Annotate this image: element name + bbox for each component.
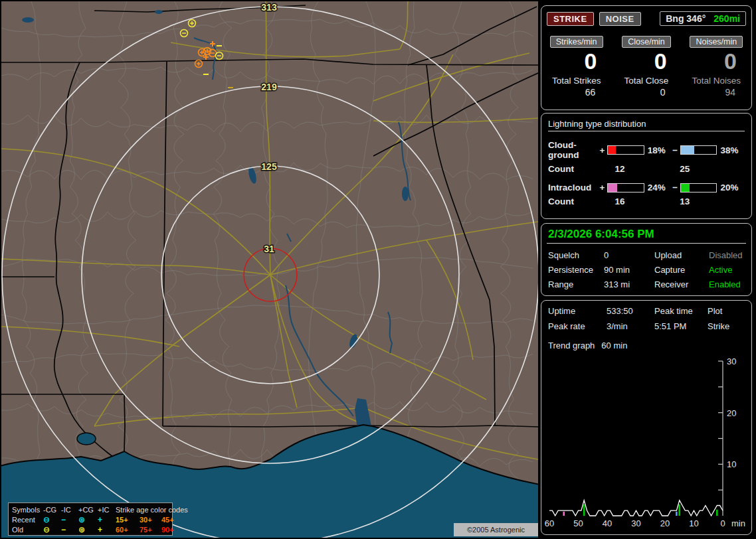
capture-status: Active [709,265,745,275]
legend-recent-label: Recent [12,516,43,524]
noises-per-min-value: 0 [682,48,751,74]
svg-text:50: 50 [573,518,583,528]
plot-value: Strike [708,321,745,331]
ic-negative-count: 13 [680,196,745,206]
squelch-label: Squelch [548,250,604,260]
uptime-value: 533:50 [607,306,654,316]
svg-text:0: 0 [720,518,725,528]
minus-sign: − [672,145,678,155]
strikes-per-min-chip[interactable]: Strikes/min [550,36,603,48]
legend-col-pos-ic: +IC [98,506,116,514]
age-15: 15+ [116,516,140,524]
neg-ic-recent-icon: − [61,515,78,524]
range-value: 313 mi [604,279,654,289]
uptime-label: Uptime [548,306,607,316]
persistence-value: 90 min [604,265,654,275]
total-strikes-value: 66 [541,87,611,98]
count-label: Count [548,164,615,174]
trend-panel: Uptime 533:50 Peak time Plot Peak rate 3… [541,300,752,535]
total-noises-label: Total Noises [682,76,751,86]
bearing-value: Bng 346° [666,13,706,24]
pos-ic-old-icon: + [98,525,116,534]
legend-col-neg-ic: -IC [61,506,78,514]
peak-rate-label: Peak rate [548,321,607,331]
pos-ic-recent-icon: + [98,515,116,524]
neg-cg-old-icon: ⊖ [43,525,61,534]
age-90: 90+ [161,526,183,534]
distribution-title: Lightning type distribution [548,119,745,131]
receiver-label: Receiver [654,279,709,289]
peak-rate-value: 3/min [607,321,654,331]
ic-positive-count: 16 [615,196,680,206]
total-close-label: Total Close [611,76,681,86]
count-label: Count [548,196,615,206]
pos-cg-recent-icon: ⊕ [78,515,98,524]
datetime-display: 2/3/2026 6:04:56 PM [548,228,745,241]
trend-graph-label: Trend graph [548,341,595,350]
noise-button[interactable]: NOISE [599,12,641,26]
status-panel: 2/3/2026 6:04:56 PM Squelch 0 Upload Dis… [541,223,752,296]
legend-symbols-header: Symbols [12,506,43,514]
peak-time-value: 5:51 PM [654,321,708,331]
intracloud-count-row: Count 16 13 [548,196,745,206]
symbol-legend: Symbols -CG -IC +CG +IC Strike age color… [8,502,173,536]
range-label: Range [548,279,604,289]
svg-text:313: 313 [261,2,277,13]
close-per-min-value: 0 [611,48,681,74]
plus-sign: + [599,145,605,155]
upload-label: Upload [654,250,709,260]
cg-negative-percent: 38% [719,145,745,155]
svg-text:31: 31 [264,244,274,254]
plus-sign: + [599,183,605,193]
lightning-map[interactable]: 31125219313 Symbols -CG -IC +CG +IC Stri… [1,1,538,538]
lake-pontchartrain [77,433,96,445]
cg-negative-bar [680,145,717,155]
ic-positive-percent: 24% [646,183,672,193]
pos-cg-old-icon: ⊕ [78,525,98,534]
copyright-notice: ©2005 Astrogenic Systems [454,523,538,536]
close-per-min-chip[interactable]: Close/min [622,36,671,48]
cg-negative-count: 25 [680,164,745,174]
receiver-status: Enabled [709,279,745,289]
divider [547,243,746,244]
strikes-column: Strikes/min 0 Total Strikes 66 [541,35,611,98]
strikes-per-min-value: 0 [541,48,611,74]
strike-button[interactable]: STRIKE [547,12,594,26]
cloud-ground-label: Cloud-ground [548,140,599,160]
noises-per-min-chip[interactable]: Noises/min [690,36,743,48]
svg-text:219: 219 [261,82,277,92]
total-strikes-label: Total Strikes [541,76,611,86]
cloud-ground-count-row: Count 12 25 [548,164,745,174]
ic-positive-bar [607,183,644,193]
age-30: 30+ [140,516,161,524]
peak-time-label: Peak time [654,306,708,316]
legend-col-pos-cg: +CG [78,506,98,514]
intracloud-label: Intracloud [548,183,599,193]
bearing-readout: Bng 346° 260mi [660,11,746,26]
svg-text:20: 20 [660,518,670,528]
legend-age-header: Strike age color codes [116,506,183,514]
map-canvas: 31125219313 [1,1,538,538]
svg-text:10: 10 [727,459,736,469]
svg-text:125: 125 [261,161,277,172]
svg-text:20: 20 [727,408,736,418]
svg-text:10: 10 [689,518,698,528]
svg-text:60: 60 [545,518,554,528]
age-60: 60+ [116,526,140,534]
lightning-distribution-panel: Lightning type distribution Cloud-ground… [541,113,752,219]
intracloud-row: Intracloud + 24% − 20% [548,183,745,193]
legend-col-neg-cg: -CG [43,506,61,514]
upload-status: Disabled [709,250,745,260]
noises-column: Noises/min 0 Total Noises 94 [682,35,751,98]
neg-cg-recent-icon: ⊖ [43,515,61,524]
plot-label: Plot [708,306,745,316]
squelch-value: 0 [604,250,654,260]
total-noises-value: 94 [682,87,751,98]
cg-positive-percent: 18% [646,145,672,155]
ic-negative-bar [680,183,717,193]
capture-label: Capture [654,265,709,275]
age-45: 45+ [161,516,183,524]
svg-text:30: 30 [631,518,640,528]
bearing-distance: 260mi [713,13,740,24]
neg-ic-old-icon: − [61,525,78,534]
